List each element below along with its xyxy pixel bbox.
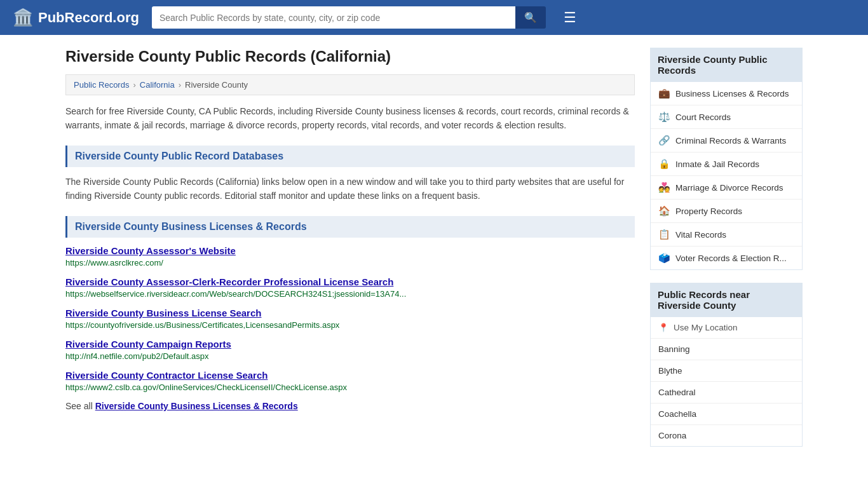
page-title: Riverside County Public Records (Califor… <box>65 48 635 65</box>
breadcrumb-public-records[interactable]: Public Records <box>74 80 129 90</box>
site-header: 🏛️ PubRecord.org 🔍 ☰ <box>0 0 868 35</box>
sidebar-item-label-2: Criminal Records & Warrants <box>675 136 786 146</box>
site-logo[interactable]: 🏛️ PubRecord.org <box>13 8 139 27</box>
nearby-banning-label: Banning <box>658 344 690 354</box>
sidebar-county-section: Riverside County Public Records 💼 Busine… <box>650 48 803 270</box>
business-icon: 💼 <box>658 88 670 99</box>
logo-text: PubRecord.org <box>38 10 139 26</box>
logo-icon: 🏛️ <box>13 8 33 27</box>
record-link-4[interactable]: Riverside County Contractor License Sear… <box>65 370 635 381</box>
page-container: Riverside County Public Records (Califor… <box>53 35 815 472</box>
nearby-blythe-label: Blythe <box>658 366 682 376</box>
record-url-1: https://webselfservice.riversideacr.com/… <box>65 289 635 299</box>
see-all-link[interactable]: Riverside County Business Licenses & Rec… <box>95 401 298 411</box>
breadcrumb-california[interactable]: California <box>140 80 175 90</box>
record-list: Riverside County Assessor's Website http… <box>65 245 635 392</box>
record-url-2: https://countyofriverside.us/Business/Ce… <box>65 320 635 330</box>
biz-section-header: Riverside County Business Licenses & Rec… <box>65 216 635 238</box>
court-icon: ⚖️ <box>658 111 670 123</box>
property-icon: 🏠 <box>658 205 670 217</box>
sidebar-item-vital-records[interactable]: 📋 Vital Records <box>651 223 802 247</box>
criminal-icon: 🔗 <box>658 135 670 146</box>
search-input[interactable] <box>152 6 515 29</box>
sidebar-nearby-blythe[interactable]: Blythe <box>651 360 802 382</box>
record-link-3[interactable]: Riverside County Campaign Reports <box>65 339 635 349</box>
search-button[interactable]: 🔍 <box>515 6 546 29</box>
vital-icon: 📋 <box>658 229 670 240</box>
sidebar-item-court-records[interactable]: ⚖️ Court Records <box>651 105 802 129</box>
sidebar-item-label-4: Marriage & Divorce Records <box>675 183 783 193</box>
sidebar-item-voter-records[interactable]: 🗳️ Voter Records & Election R... <box>651 247 802 269</box>
db-section-header: Riverside County Public Record Databases <box>65 146 635 167</box>
sidebar: Riverside County Public Records 💼 Busine… <box>650 48 803 459</box>
sidebar-nearby-use-location[interactable]: 📍 Use My Location <box>651 317 802 339</box>
see-all-text: See all <box>65 401 93 411</box>
sidebar-item-criminal-records[interactable]: 🔗 Criminal Records & Warrants <box>651 129 802 152</box>
record-url-3: http://nf4.netfile.com/pub2/Default.aspx <box>65 351 635 361</box>
db-section-text: The Riverside County Public Records (Cal… <box>65 175 635 203</box>
sidebar-item-label-7: Voter Records & Election R... <box>675 254 787 263</box>
menu-button[interactable]: ☰ <box>564 10 576 26</box>
record-url-4: https://www2.cslb.ca.gov/OnlineServices/… <box>65 383 635 392</box>
sidebar-nearby-cathedral[interactable]: Cathedral <box>651 382 802 403</box>
sidebar-item-label-1: Court Records <box>675 112 731 122</box>
sidebar-nearby-header: Public Records near Riverside County <box>650 283 803 317</box>
record-link-1[interactable]: Riverside County Assessor-Clerk-Recorder… <box>65 276 635 287</box>
sidebar-nearby-list: 📍 Use My Location Banning Blythe Cathedr… <box>650 317 803 447</box>
sidebar-nearby-section: Public Records near Riverside County 📍 U… <box>650 283 803 447</box>
use-location-label: Use My Location <box>674 323 738 332</box>
sidebar-item-label-5: Property Records <box>675 207 742 216</box>
record-link-2[interactable]: Riverside County Business License Search <box>65 308 635 318</box>
record-url-0: https://www.asrclkrec.com/ <box>65 258 635 268</box>
sidebar-item-property-records[interactable]: 🏠 Property Records <box>651 200 802 223</box>
sidebar-nearby-coachella[interactable]: Coachella <box>651 403 802 425</box>
sidebar-item-inmate-records[interactable]: 🔒 Inmate & Jail Records <box>651 152 802 176</box>
inmate-icon: 🔒 <box>658 158 670 170</box>
search-bar: 🔍 <box>152 6 546 29</box>
breadcrumb: Public Records › California › Riverside … <box>65 74 635 95</box>
nearby-cathedral-label: Cathedral <box>658 388 696 397</box>
nearby-corona-label: Corona <box>658 431 686 440</box>
main-content: Riverside County Public Records (Califor… <box>65 48 635 459</box>
sidebar-county-list: 💼 Business Licenses & Records ⚖️ Court R… <box>650 82 803 270</box>
sidebar-nearby-corona[interactable]: Corona <box>651 425 802 446</box>
breadcrumb-sep-2: › <box>179 80 181 90</box>
breadcrumb-current: Riverside County <box>185 80 248 90</box>
page-description: Search for free Riverside County, CA Pub… <box>65 104 635 133</box>
see-all-line: See all Riverside County Business Licens… <box>65 401 635 411</box>
sidebar-item-label-3: Inmate & Jail Records <box>675 159 759 169</box>
sidebar-county-header: Riverside County Public Records <box>650 48 803 82</box>
sidebar-item-business-licenses[interactable]: 💼 Business Licenses & Records <box>651 82 802 105</box>
sidebar-nearby-banning[interactable]: Banning <box>651 339 802 360</box>
nearby-coachella-label: Coachella <box>658 409 696 419</box>
voter-icon: 🗳️ <box>658 252 670 264</box>
location-pin-icon: 📍 <box>658 323 668 332</box>
sidebar-item-label-6: Vital Records <box>675 230 726 240</box>
sidebar-item-label-0: Business Licenses & Records <box>675 89 789 98</box>
breadcrumb-sep-1: › <box>133 80 135 90</box>
marriage-icon: 💑 <box>658 182 670 193</box>
record-link-0[interactable]: Riverside County Assessor's Website <box>65 245 635 256</box>
sidebar-item-marriage-records[interactable]: 💑 Marriage & Divorce Records <box>651 176 802 200</box>
